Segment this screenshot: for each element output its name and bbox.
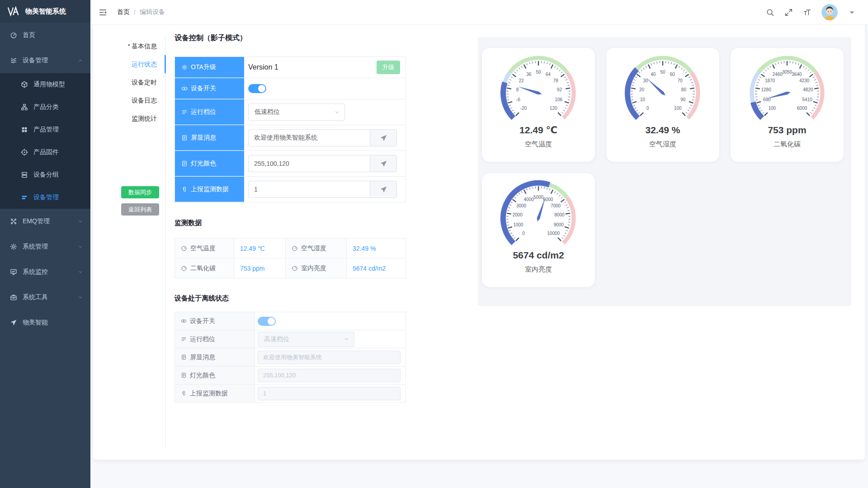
upgrade-button[interactable]: 升级	[377, 61, 400, 74]
offline-row: 运行档位 高速档位	[175, 330, 406, 348]
svg-text:60: 60	[670, 72, 675, 77]
device-switch-toggle[interactable]	[248, 84, 266, 93]
sidebar-item-5[interactable]: 系统工具	[0, 285, 90, 310]
chevron-down-icon	[78, 295, 83, 300]
svg-text:4230: 4230	[799, 78, 810, 83]
shadow-row-label: 运行档位	[175, 99, 244, 125]
tab-3[interactable]: 设备日志	[93, 91, 165, 109]
list-icon	[181, 336, 187, 342]
device-switch-toggle-disabled	[258, 317, 276, 326]
svg-text:8: 8	[516, 87, 519, 92]
shadow-input-3[interactable]	[248, 129, 370, 146]
breadcrumb-separator: /	[134, 9, 136, 16]
gauge-chart: 1006901280187024603050364042304820541060…	[731, 48, 844, 125]
content-card: *基本信息运行状态设备定时设备日志监测统计 数据同步 返回列表 设备控制（影子模…	[93, 24, 865, 460]
caret-down-icon[interactable]	[848, 8, 856, 17]
monitor-value: 12.49 ℃	[234, 239, 286, 258]
gauge-value: 12.49 ℃	[482, 125, 595, 136]
sidebar-subitem-1-2[interactable]: 产品管理	[0, 118, 90, 141]
sidebar-subitem-1-3[interactable]: 产品固件	[0, 141, 90, 164]
monitor-label: 室内亮度	[286, 258, 347, 278]
gauge-value: 753 ppm	[731, 125, 844, 136]
offline-row-label: 运行档位	[175, 330, 255, 348]
shadow-control-table: OTA升级 Version 1 升级 设备开关 运行档位 低速档位 屏显消息	[175, 56, 406, 202]
avatar[interactable]	[821, 4, 838, 20]
svg-text:80: 80	[681, 87, 687, 92]
gauge-title: 空气温度	[482, 140, 595, 149]
row-label-text: 屏显消息	[191, 134, 216, 142]
shadow-input-5[interactable]	[248, 181, 370, 198]
firmware-version: Version 1	[248, 63, 278, 71]
offline-row: 灯光颜色	[175, 366, 406, 385]
shadow-row-value	[244, 125, 406, 150]
run-gear-select[interactable]: 低速档位	[248, 103, 345, 121]
row-label-text: 运行档位	[190, 335, 215, 343]
offline-input-2	[258, 351, 401, 364]
tab-0[interactable]: *基本信息	[93, 37, 165, 55]
sidebar-subitem-1-1[interactable]: 产品分类	[0, 96, 90, 118]
document-icon	[181, 354, 187, 360]
send-button[interactable]	[370, 181, 397, 198]
sidebar-subitem-label: 产品固件	[33, 148, 59, 156]
layers-icon	[10, 57, 17, 64]
sidebar-subitem-1-4[interactable]: 设备分组	[0, 164, 90, 186]
sidebar-item-label: 系统监控	[23, 268, 48, 276]
svg-text:106: 106	[555, 97, 562, 102]
tab-label: 基本信息	[132, 42, 157, 50]
svg-text:0: 0	[646, 106, 649, 111]
topbar-actions	[766, 4, 868, 20]
sidebar-subitem-1-0[interactable]: 通用物模型	[0, 73, 90, 96]
sidebar-item-6[interactable]: 物美智能	[0, 310, 90, 335]
offline-row-label: 灯光颜色	[175, 366, 255, 384]
breadcrumb-home[interactable]: 首页	[117, 8, 130, 16]
shadow-input-4[interactable]	[248, 155, 370, 172]
svg-text:-20: -20	[520, 106, 527, 111]
menu-fold-icon[interactable]	[99, 8, 107, 17]
paperclip-icon	[181, 186, 188, 192]
send-button[interactable]	[370, 155, 397, 172]
shadow-row: 屏显消息	[175, 125, 406, 151]
offline-row-value: 高速档位	[255, 330, 406, 348]
sidebar-item-label: 物美智能	[23, 319, 48, 327]
row-label-text: 屏显消息	[190, 353, 215, 361]
chevron-down-icon	[334, 109, 340, 115]
font-size-icon[interactable]	[803, 8, 811, 17]
tab-label: 设备日志	[132, 97, 157, 104]
row-label-text: 上报监测数据	[190, 389, 228, 398]
tree-icon	[21, 103, 28, 111]
sidebar-item-label: 设备管理	[23, 56, 48, 65]
sidebar-subitem-1-5[interactable]: 设备管理	[0, 186, 90, 209]
tab-1[interactable]: 运行状态	[93, 55, 165, 73]
list-icon	[181, 109, 188, 115]
gauge-icon	[292, 265, 298, 272]
search-icon[interactable]	[766, 8, 774, 17]
svg-text:1000: 1000	[513, 222, 524, 227]
send-button[interactable]	[370, 129, 397, 146]
shadow-row-value	[244, 177, 406, 202]
sidebar-item-label: EMQ管理	[23, 217, 50, 225]
breadcrumb: 首页 / 编辑设备	[117, 8, 165, 16]
offline-row-value	[255, 312, 406, 330]
svg-text:4000: 4000	[524, 197, 534, 202]
tab-4[interactable]: 监测统计	[93, 109, 165, 127]
svg-text:9000: 9000	[554, 222, 564, 227]
data-sync-button[interactable]: 数据同步	[121, 186, 159, 198]
chevron-up-icon	[78, 58, 83, 63]
servers-icon	[21, 171, 28, 178]
sidebar-item-4[interactable]: 系统监控	[0, 259, 90, 285]
run-gear-select-disabled: 高速档位	[258, 332, 354, 347]
svg-text:1870: 1870	[765, 78, 775, 83]
svg-text:50: 50	[536, 70, 541, 75]
back-to-list-button[interactable]: 返回列表	[121, 203, 159, 216]
svg-text:5000: 5000	[533, 195, 544, 200]
svg-text:100: 100	[674, 106, 682, 111]
tab-2[interactable]: 设备定时	[93, 73, 165, 91]
sidebar-item-3[interactable]: 系统管理	[0, 234, 90, 259]
sidebar-item-0[interactable]: 首页	[0, 23, 90, 48]
row-label-text: 上报监测数据	[191, 185, 229, 193]
fullscreen-icon[interactable]	[784, 8, 793, 17]
gauge-card-1: 0102030405060708090100 32.49 % 空气湿度	[606, 47, 720, 162]
svg-text:0: 0	[522, 231, 525, 236]
sidebar-item-1[interactable]: 设备管理	[0, 48, 90, 73]
sidebar-item-2[interactable]: EMQ管理	[0, 209, 90, 234]
